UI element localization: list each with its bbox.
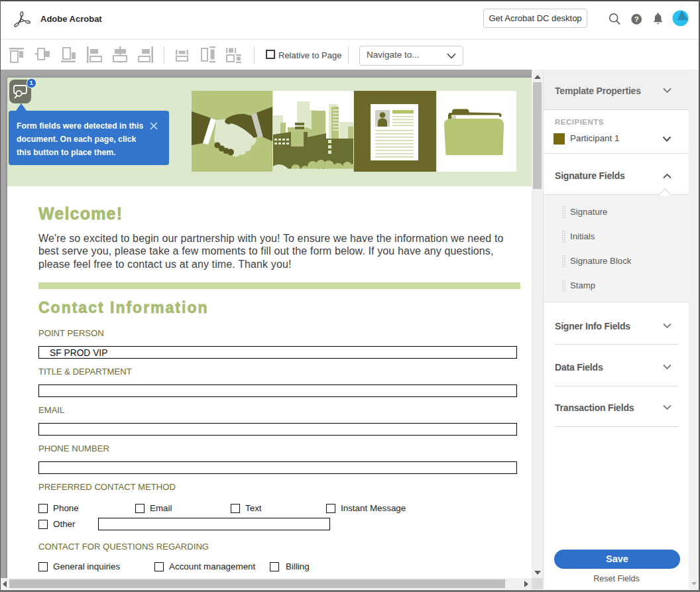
svg-text:?: ? [634,15,639,23]
